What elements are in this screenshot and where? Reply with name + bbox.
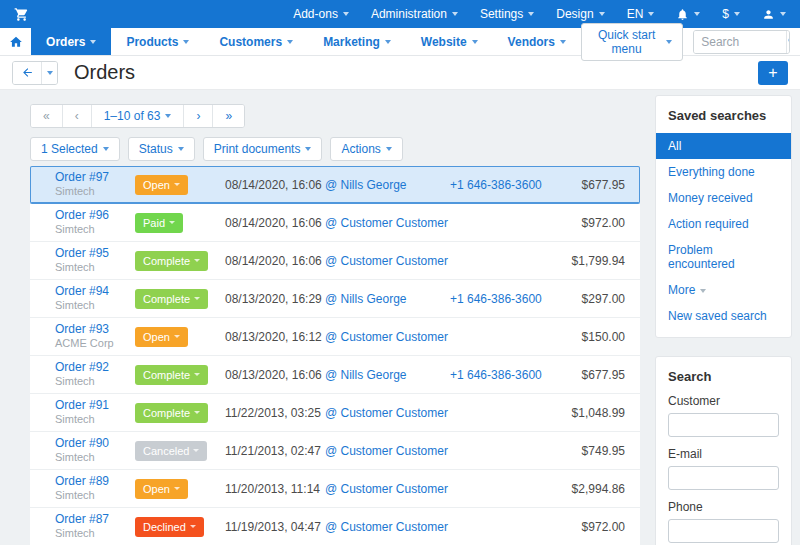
table-row[interactable]: Order #90 Simtech Canceled 11/21/2013, 0… (30, 432, 640, 470)
table-row[interactable]: Order #96 Simtech Paid 08/14/2020, 16:06… (30, 204, 640, 242)
table-row[interactable]: Order #87 Simtech Declined 11/19/2013, 0… (30, 508, 640, 545)
add-order-button[interactable]: + (758, 61, 788, 85)
table-row[interactable]: Order #91 Simtech Complete 11/22/2013, 0… (30, 394, 640, 432)
order-link[interactable]: Order #91 (55, 398, 135, 413)
table-row[interactable]: Order #93 ACME Corp Open 08/13/2020, 16:… (30, 318, 640, 356)
back-button[interactable] (13, 62, 41, 84)
chevron-down-icon (666, 40, 672, 44)
customer-link[interactable]: @ Customer Customer (325, 330, 448, 344)
search-submit-button[interactable] (786, 31, 790, 53)
order-status-cell: Complete (135, 289, 225, 309)
order-company: Simtech (55, 185, 135, 199)
nav-tab-marketing-label: Marketing (323, 35, 380, 49)
pagination-next-button[interactable]: › (184, 105, 213, 127)
topbar-menu-design[interactable]: Design (556, 7, 604, 21)
selected-dropdown[interactable]: 1 Selected (30, 137, 120, 161)
back-history-dropdown[interactable] (41, 62, 57, 84)
order-link[interactable]: Order #87 (55, 512, 135, 527)
topbar-menu-language[interactable]: EN (627, 7, 655, 21)
print-documents-dropdown[interactable]: Print documents (203, 137, 323, 161)
saved-search-money-received[interactable]: Money received (656, 185, 791, 211)
order-phone-cell: +1 646-386-3600 (450, 292, 560, 306)
nav-tab-marketing[interactable]: Marketing (308, 28, 406, 55)
status-badge[interactable]: Canceled (135, 441, 207, 461)
status-badge[interactable]: Complete (135, 251, 208, 271)
customer-link[interactable]: @ Customer Customer (325, 216, 448, 230)
order-link[interactable]: Order #97 (55, 170, 135, 185)
nav-tab-orders[interactable]: Orders (31, 28, 111, 55)
table-row[interactable]: Order #95 Simtech Complete 08/14/2020, 1… (30, 242, 640, 280)
order-id-cell: Order #95 Simtech (30, 246, 135, 275)
order-link[interactable]: Order #94 (55, 284, 135, 299)
status-badge[interactable]: Open (135, 327, 188, 347)
status-badge[interactable]: Complete (135, 365, 208, 385)
chevron-down-icon (174, 335, 180, 338)
table-row[interactable]: Order #92 Simtech Complete 08/13/2020, 1… (30, 356, 640, 394)
nav-tab-vendors[interactable]: Vendors (493, 28, 581, 55)
order-link[interactable]: Order #90 (55, 436, 135, 451)
pagination-last-button[interactable]: » (213, 105, 244, 127)
customer-link[interactable]: @ Nills George (325, 368, 407, 382)
order-date: 11/22/2013, 03:25 (225, 406, 325, 420)
order-link[interactable]: Order #89 (55, 474, 135, 489)
pagination-range-dropdown[interactable]: 1–10 of 63 (92, 105, 185, 127)
phone-field[interactable] (668, 519, 779, 543)
order-link[interactable]: Order #96 (55, 208, 135, 223)
search-panel: Search Customer E-mail Phone Total ($) (655, 356, 792, 545)
status-badge[interactable]: Open (135, 479, 188, 499)
saved-search-more[interactable]: More (656, 277, 791, 303)
search-input[interactable] (694, 31, 786, 53)
order-link[interactable]: Order #92 (55, 360, 135, 375)
email-field[interactable] (668, 466, 779, 490)
nav-right-tools: Quick start menu (581, 28, 800, 55)
table-row[interactable]: Order #89 Simtech Open 11/20/2013, 11:14… (30, 470, 640, 508)
status-badge[interactable]: Declined (135, 517, 204, 537)
customer-link[interactable]: @ Customer Customer (325, 482, 448, 496)
topbar-menu-settings[interactable]: Settings (480, 7, 534, 21)
home-button[interactable] (0, 28, 31, 55)
order-total: $749.95 (560, 444, 640, 458)
actions-dropdown[interactable]: Actions (330, 137, 402, 161)
topbar-menu-addons[interactable]: Add-ons (293, 7, 349, 21)
customer-link[interactable]: @ Customer Customer (325, 444, 448, 458)
order-link[interactable]: Order #95 (55, 246, 135, 261)
nav-tab-products[interactable]: Products (111, 28, 204, 55)
status-badge[interactable]: Paid (135, 213, 183, 233)
order-link[interactable]: Order #93 (55, 322, 135, 337)
nav-tab-website[interactable]: Website (406, 28, 493, 55)
topbar-notifications-menu[interactable] (676, 8, 700, 21)
order-total: $972.00 (560, 520, 640, 534)
storefront-cart-icon[interactable] (14, 7, 29, 22)
status-badge[interactable]: Complete (135, 403, 208, 423)
topbar-currency-menu[interactable]: $ (722, 7, 740, 21)
customer-link[interactable]: @ Customer Customer (325, 254, 448, 268)
saved-search-problem-encountered[interactable]: Problem encountered (656, 237, 791, 277)
status-dropdown[interactable]: Status (128, 137, 195, 161)
pagination-first-button[interactable]: « (31, 105, 63, 127)
panel-padding (656, 329, 791, 337)
saved-search-new-saved-search[interactable]: New saved search (656, 303, 791, 329)
phone-link[interactable]: +1 646-386-3600 (450, 178, 542, 192)
saved-search-all[interactable]: All (656, 133, 791, 159)
quick-start-menu-button[interactable]: Quick start menu (581, 23, 683, 61)
customer-link[interactable]: @ Customer Customer (325, 520, 448, 534)
status-badge[interactable]: Complete (135, 289, 208, 309)
customer-link[interactable]: @ Customer Customer (325, 406, 448, 420)
topbar-account-menu[interactable] (762, 8, 786, 21)
order-date: 11/21/2013, 02:47 (225, 444, 325, 458)
nav-tab-products-label: Products (126, 35, 178, 49)
table-row[interactable]: Order #94 Simtech Complete 08/13/2020, 1… (30, 280, 640, 318)
status-badge[interactable]: Open (135, 175, 188, 195)
customer-link[interactable]: @ Nills George (325, 292, 407, 306)
customer-link[interactable]: @ Nills George (325, 178, 407, 192)
topbar-menu-administration[interactable]: Administration (371, 7, 458, 21)
nav-tab-customers[interactable]: Customers (204, 28, 308, 55)
table-row[interactable]: Order #97 Simtech Open 08/14/2020, 16:06… (30, 166, 640, 204)
phone-link[interactable]: +1 646-386-3600 (450, 368, 542, 382)
pagination-prev-button[interactable]: ‹ (63, 105, 92, 127)
phone-link[interactable]: +1 646-386-3600 (450, 292, 542, 306)
customer-field[interactable] (668, 413, 779, 437)
saved-searches-title: Saved searches (656, 96, 791, 133)
saved-search-everything-done[interactable]: Everything done (656, 159, 791, 185)
saved-search-action-required[interactable]: Action required (656, 211, 791, 237)
